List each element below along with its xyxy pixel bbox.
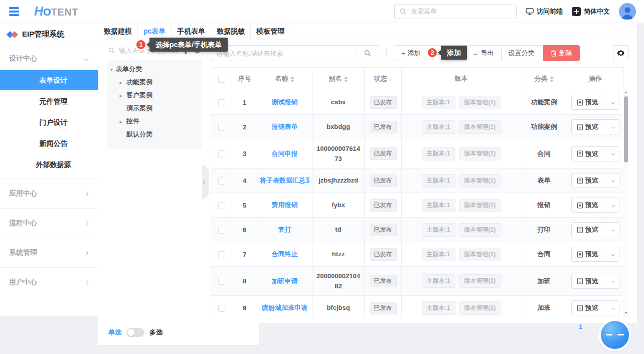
row-checkbox[interactable] bbox=[218, 305, 225, 312]
sort-icon[interactable] bbox=[550, 76, 554, 82]
avatar[interactable] bbox=[619, 3, 636, 20]
main-version-button[interactable]: 主版本:1 bbox=[422, 147, 455, 160]
sidebar-group-2[interactable]: 流程中心 bbox=[0, 213, 98, 234]
tab-0[interactable]: 数据建模 bbox=[98, 23, 138, 40]
tab-4[interactable]: 模板管理 bbox=[251, 23, 290, 40]
single-select-label[interactable]: 单选 bbox=[108, 328, 121, 337]
scroll-up-icon[interactable]: ▲ bbox=[624, 90, 628, 95]
add-button[interactable]: +添加 bbox=[394, 45, 428, 61]
form-name-link[interactable]: 费用报销 bbox=[272, 201, 298, 210]
main-version-button[interactable]: 主版本:1 bbox=[422, 199, 455, 212]
sidebar-group-4[interactable]: 用户中心 bbox=[0, 272, 98, 293]
delete-button[interactable]: 删除 bbox=[543, 45, 580, 61]
form-name-link[interactable]: 合同终止 bbox=[272, 250, 298, 259]
version-manage-button[interactable]: 版本管理(1) bbox=[459, 248, 501, 261]
tree-node[interactable]: ▸客户案例 bbox=[107, 89, 202, 102]
language-switcher[interactable]: 简体中文 bbox=[572, 7, 610, 16]
preview-button[interactable]: 预览 bbox=[571, 119, 619, 134]
sort-icon[interactable] bbox=[290, 76, 294, 82]
menu-toggle-button[interactable] bbox=[7, 5, 21, 18]
main-version-button[interactable]: 主版本:1 bbox=[422, 274, 455, 288]
chevron-down-icon[interactable] bbox=[611, 179, 615, 182]
chevron-down-icon[interactable] bbox=[611, 203, 615, 207]
main-version-button[interactable]: 主版本:1 bbox=[422, 301, 455, 315]
preview-button[interactable]: 预览 bbox=[571, 274, 619, 289]
chevron-down-icon[interactable] bbox=[611, 306, 615, 309]
row-checkbox[interactable] bbox=[218, 251, 225, 258]
set-category-button[interactable]: 设置分类 bbox=[501, 45, 542, 61]
chevron-down-icon[interactable] bbox=[611, 152, 615, 155]
sidebar-group-1[interactable]: 应用中心 bbox=[0, 183, 98, 204]
chevron-right-icon bbox=[84, 250, 89, 255]
version-manage-button[interactable]: 版本管理(1) bbox=[459, 223, 501, 237]
tree-root[interactable]: ▾ 表单分类 bbox=[107, 63, 202, 76]
menu-search[interactable] bbox=[394, 4, 517, 19]
sidebar-item[interactable]: 外部数据源 bbox=[0, 154, 98, 174]
table-settings-button[interactable] bbox=[613, 45, 629, 61]
form-name-link[interactable]: 加班申请 bbox=[272, 277, 298, 286]
tree-node[interactable]: ▸功能案例 bbox=[107, 76, 202, 89]
multi-select-toggle[interactable] bbox=[126, 328, 144, 337]
version-manage-button[interactable]: 版本管理(1) bbox=[459, 301, 501, 315]
page-1[interactable]: 1 bbox=[259, 323, 644, 354]
menu-search-input[interactable] bbox=[410, 7, 511, 16]
version-manage-button[interactable]: 版本管理(1) bbox=[459, 120, 501, 134]
preview-button[interactable]: 预览 bbox=[571, 173, 619, 188]
version-manage-button[interactable]: 版本管理(1) bbox=[459, 274, 501, 288]
sidebar-item[interactable]: 新闻公告 bbox=[0, 133, 98, 153]
chevron-down-icon[interactable] bbox=[611, 279, 615, 283]
chevron-down-icon[interactable] bbox=[611, 100, 615, 104]
form-name-link[interactable]: 套打 bbox=[278, 225, 291, 234]
main-version-button[interactable]: 主版本:1 bbox=[422, 174, 455, 188]
row-checkbox[interactable] bbox=[218, 202, 225, 209]
main-version-button[interactable]: 主版本:1 bbox=[422, 248, 455, 261]
version-manage-button[interactable]: 版本管理(1) bbox=[459, 147, 501, 160]
preview-button[interactable]: 预览 bbox=[571, 146, 619, 161]
select-all-checkbox[interactable] bbox=[218, 76, 225, 83]
main-version-button[interactable]: 主版本:1 bbox=[422, 223, 455, 237]
row-checkbox[interactable] bbox=[218, 150, 225, 157]
row-checkbox[interactable] bbox=[218, 99, 225, 106]
main-version-button[interactable]: 主版本:1 bbox=[422, 120, 455, 134]
tree-node[interactable]: 默认分类 bbox=[107, 128, 202, 141]
form-name-link[interactable]: 合同申报 bbox=[272, 149, 298, 158]
preview-button[interactable]: 预览 bbox=[571, 300, 619, 315]
sidebar-item[interactable]: 元件管理 bbox=[0, 91, 98, 111]
version-manage-button[interactable]: 版本管理(1) bbox=[459, 174, 501, 188]
sidebar-item[interactable]: 门户设计 bbox=[0, 112, 98, 132]
form-name-link[interactable]: 将子表数据汇总至主 bbox=[260, 176, 309, 185]
scroll-down-icon[interactable]: ▼ bbox=[624, 310, 628, 315]
row-checkbox[interactable] bbox=[218, 227, 225, 234]
scroll-thumb[interactable] bbox=[624, 96, 628, 162]
multi-select-label[interactable]: 多选 bbox=[149, 328, 163, 337]
version-manage-button[interactable]: 版本管理(1) bbox=[459, 199, 501, 212]
form-name-link[interactable]: 测试报销 bbox=[272, 98, 298, 107]
filter-icon[interactable] bbox=[389, 78, 392, 81]
form-name-link[interactable]: 报销表单 bbox=[272, 122, 298, 131]
visit-frontend-button[interactable]: 访问前端 bbox=[526, 7, 563, 16]
preview-button[interactable]: 预览 bbox=[571, 95, 619, 110]
main-version-button[interactable]: 主版本:1 bbox=[422, 96, 455, 109]
table-search-input[interactable] bbox=[211, 50, 356, 57]
preview-button[interactable]: 预览 bbox=[571, 198, 619, 213]
version-manage-button[interactable]: 版本管理(1) bbox=[459, 96, 501, 109]
tree-node[interactable]: 演示案例 bbox=[107, 102, 202, 115]
sidebar-item[interactable]: 表单设计 bbox=[0, 70, 98, 90]
floating-assistant-button[interactable] bbox=[601, 321, 629, 349]
chevron-down-icon[interactable] bbox=[611, 125, 615, 128]
preview-button[interactable]: 预览 bbox=[571, 222, 619, 237]
row-checkbox[interactable] bbox=[218, 278, 225, 285]
chevron-down-icon[interactable] bbox=[611, 228, 615, 231]
export-button[interactable]: →导出 bbox=[464, 45, 502, 61]
sidebar-group-3[interactable]: 系统管理 bbox=[0, 242, 98, 263]
table-scrollbar[interactable]: ▲ ▼ bbox=[623, 89, 629, 316]
sort-icon[interactable] bbox=[344, 76, 348, 82]
preview-button[interactable]: 预览 bbox=[571, 247, 619, 262]
form-name-link[interactable]: 缤纷城加班申请 bbox=[262, 303, 307, 312]
search-button[interactable] bbox=[356, 46, 379, 61]
tree-node[interactable]: ▸控件 bbox=[107, 115, 202, 128]
chevron-down-icon[interactable] bbox=[611, 252, 615, 256]
sidebar-group-0[interactable]: 设计中心 bbox=[0, 48, 98, 69]
row-checkbox[interactable] bbox=[218, 124, 225, 131]
row-checkbox[interactable] bbox=[218, 178, 225, 185]
